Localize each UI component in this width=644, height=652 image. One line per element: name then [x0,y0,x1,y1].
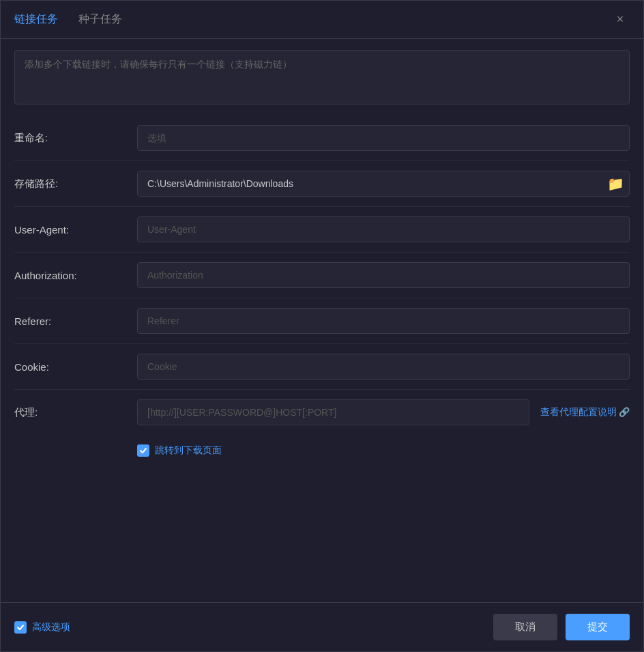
useragent-label: User-Agent: [14,224,137,236]
proxy-config-link[interactable]: 查看代理配置说明🔗 [540,406,630,419]
title-bar: 链接任务 种子任务 × [1,1,643,39]
storage-label: 存储路径: [14,178,137,190]
proxy-link-text: 查看代理配置说明 [540,406,617,417]
rename-row: 重命名: [14,115,630,161]
rename-label: 重命名: [14,132,137,145]
rename-input[interactable] [137,125,630,151]
tab-link-task[interactable]: 链接任务 [14,12,58,27]
referer-input-wrap [137,308,630,334]
footer-buttons: 取消 提交 [493,614,630,640]
advanced-checkbox[interactable] [14,621,27,634]
authorization-label: Authorization: [14,270,137,281]
dialog: 链接任务 种子任务 × 重命名: 存储路径: 📁 User-Agent: [0,0,644,652]
advanced-options-wrap[interactable]: 高级选项 [14,621,70,634]
submit-button[interactable]: 提交 [566,614,630,640]
advanced-check-icon [16,623,25,632]
cookie-label: Cookie: [14,361,137,373]
external-link-icon: 🔗 [619,407,630,417]
url-textarea[interactable] [25,59,619,93]
rename-input-wrap [137,125,630,151]
proxy-label: 代理: [14,406,137,419]
storage-input[interactable] [137,171,630,197]
cookie-row: Cookie: [14,344,630,390]
tab-seed-task[interactable]: 种子任务 [78,12,122,27]
jump-checkbox-wrap[interactable]: 跳转到下载页面 [137,444,222,457]
referer-row: Referer: [14,298,630,344]
authorization-row: Authorization: [14,253,630,298]
check-icon [139,447,147,455]
advanced-label: 高级选项 [32,621,70,634]
jump-row: 跳转到下载页面 [14,435,630,466]
useragent-row: User-Agent: [14,207,630,253]
cookie-input[interactable] [137,354,630,380]
authorization-input-wrap [137,262,630,288]
proxy-input[interactable] [137,399,529,425]
form-body: 重命名: 存储路径: 📁 User-Agent: Authorization: [1,115,643,602]
folder-button[interactable]: 📁 [607,177,624,190]
authorization-input[interactable] [137,262,630,288]
useragent-input[interactable] [137,216,630,242]
referer-label: Referer: [14,315,137,327]
referer-input[interactable] [137,308,630,334]
jump-checkbox[interactable] [137,444,149,457]
storage-row: 存储路径: 📁 [14,161,630,207]
proxy-input-wrap [137,399,529,425]
cancel-button[interactable]: 取消 [493,614,557,640]
close-button[interactable]: × [611,10,630,29]
url-input-area[interactable] [14,50,630,104]
cookie-input-wrap [137,354,630,380]
storage-input-wrap: 📁 [137,171,630,197]
proxy-row: 代理: 查看代理配置说明🔗 [14,390,630,435]
jump-label: 跳转到下载页面 [155,444,222,457]
useragent-input-wrap [137,216,630,242]
footer: 高级选项 取消 提交 [1,602,643,651]
